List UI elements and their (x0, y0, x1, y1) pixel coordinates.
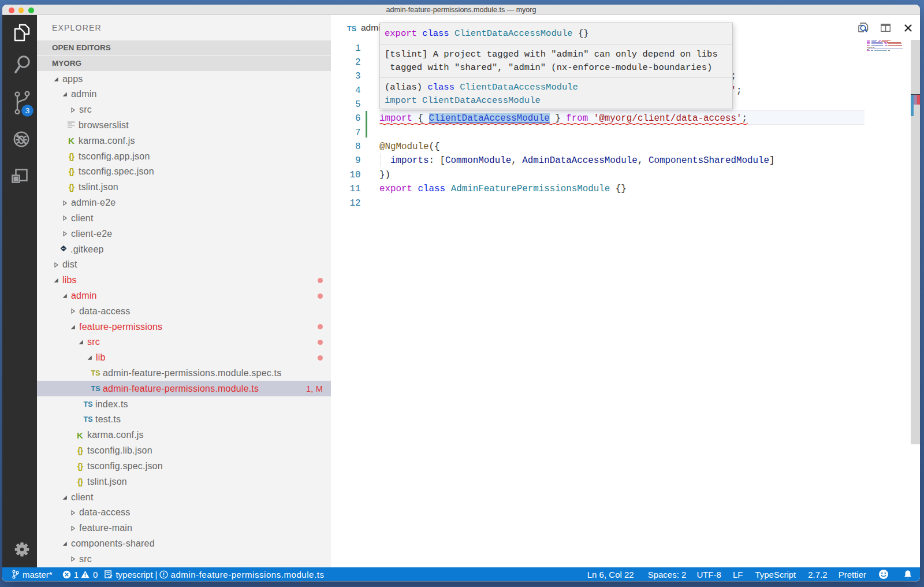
svg-text:3: 3 (25, 106, 30, 115)
